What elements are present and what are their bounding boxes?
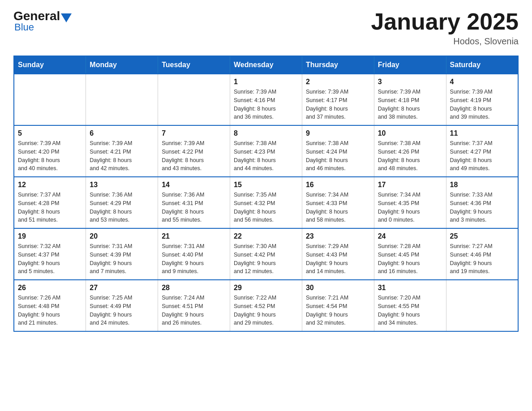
header-cell-thursday: Thursday — [302, 56, 374, 74]
day-info: Sunrise: 7:32 AM Sunset: 4:37 PM Dayligh… — [18, 242, 82, 276]
logo-triangle-icon — [61, 13, 72, 22]
week-row: 19Sunrise: 7:32 AM Sunset: 4:37 PM Dayli… — [14, 228, 518, 280]
day-number: 9 — [306, 129, 370, 137]
month-title: January 2025 — [371, 9, 519, 34]
day-cell: 31Sunrise: 7:20 AM Sunset: 4:55 PM Dayli… — [374, 280, 446, 331]
day-number: 28 — [162, 284, 226, 292]
day-info: Sunrise: 7:34 AM Sunset: 4:33 PM Dayligh… — [306, 191, 370, 224]
day-cell: 27Sunrise: 7:25 AM Sunset: 4:49 PM Dayli… — [86, 280, 158, 331]
week-row: 26Sunrise: 7:26 AM Sunset: 4:48 PM Dayli… — [14, 280, 518, 331]
day-number: 24 — [378, 232, 442, 240]
day-info: Sunrise: 7:20 AM Sunset: 4:55 PM Dayligh… — [378, 294, 442, 327]
day-cell: 28Sunrise: 7:24 AM Sunset: 4:51 PM Dayli… — [158, 280, 230, 331]
day-info: Sunrise: 7:33 AM Sunset: 4:36 PM Dayligh… — [450, 191, 514, 224]
day-number: 12 — [18, 181, 82, 189]
day-info: Sunrise: 7:34 AM Sunset: 4:35 PM Dayligh… — [378, 191, 442, 224]
header-cell-sunday: Sunday — [14, 56, 86, 74]
day-info: Sunrise: 7:24 AM Sunset: 4:51 PM Dayligh… — [162, 294, 226, 327]
day-info: Sunrise: 7:28 AM Sunset: 4:45 PM Dayligh… — [378, 242, 442, 276]
day-cell: 5Sunrise: 7:39 AM Sunset: 4:20 PM Daylig… — [14, 125, 86, 177]
day-cell: 11Sunrise: 7:37 AM Sunset: 4:27 PM Dayli… — [446, 125, 518, 177]
day-info: Sunrise: 7:26 AM Sunset: 4:48 PM Dayligh… — [18, 294, 82, 327]
logo-blue-text: Blue — [14, 21, 34, 33]
header-cell-wednesday: Wednesday — [230, 56, 302, 74]
day-cell: 1Sunrise: 7:39 AM Sunset: 4:16 PM Daylig… — [230, 74, 302, 125]
day-cell: 19Sunrise: 7:32 AM Sunset: 4:37 PM Dayli… — [14, 228, 86, 280]
day-number: 25 — [450, 232, 514, 240]
day-number: 20 — [90, 232, 154, 240]
day-cell — [446, 280, 518, 331]
day-cell: 2Sunrise: 7:39 AM Sunset: 4:17 PM Daylig… — [302, 74, 374, 125]
day-info: Sunrise: 7:25 AM Sunset: 4:49 PM Dayligh… — [90, 294, 154, 327]
day-number: 5 — [18, 129, 82, 137]
day-info: Sunrise: 7:39 AM Sunset: 4:20 PM Dayligh… — [18, 139, 82, 173]
day-number: 10 — [378, 129, 442, 137]
day-number: 1 — [234, 78, 298, 86]
day-number: 13 — [90, 181, 154, 189]
day-cell: 22Sunrise: 7:30 AM Sunset: 4:42 PM Dayli… — [230, 228, 302, 280]
calendar-table: SundayMondayTuesdayWednesdayThursdayFrid… — [13, 56, 519, 332]
day-info: Sunrise: 7:22 AM Sunset: 4:52 PM Dayligh… — [234, 294, 298, 327]
day-info: Sunrise: 7:39 AM Sunset: 4:16 PM Dayligh… — [234, 88, 298, 121]
day-info: Sunrise: 7:39 AM Sunset: 4:19 PM Dayligh… — [450, 88, 514, 121]
day-cell: 3Sunrise: 7:39 AM Sunset: 4:18 PM Daylig… — [374, 74, 446, 125]
day-cell — [14, 74, 86, 125]
day-info: Sunrise: 7:29 AM Sunset: 4:43 PM Dayligh… — [306, 242, 370, 276]
day-info: Sunrise: 7:35 AM Sunset: 4:32 PM Dayligh… — [234, 191, 298, 224]
header-cell-friday: Friday — [374, 56, 446, 74]
day-cell: 20Sunrise: 7:31 AM Sunset: 4:39 PM Dayli… — [86, 228, 158, 280]
calendar-body: 1Sunrise: 7:39 AM Sunset: 4:16 PM Daylig… — [14, 74, 518, 331]
day-cell: 14Sunrise: 7:36 AM Sunset: 4:31 PM Dayli… — [158, 177, 230, 228]
day-info: Sunrise: 7:31 AM Sunset: 4:39 PM Dayligh… — [90, 242, 154, 276]
header-cell-saturday: Saturday — [446, 56, 518, 74]
day-info: Sunrise: 7:37 AM Sunset: 4:27 PM Dayligh… — [450, 139, 514, 173]
day-number: 23 — [306, 232, 370, 240]
day-cell — [158, 74, 230, 125]
day-number: 17 — [378, 181, 442, 189]
day-info: Sunrise: 7:39 AM Sunset: 4:21 PM Dayligh… — [90, 139, 154, 173]
day-cell: 15Sunrise: 7:35 AM Sunset: 4:32 PM Dayli… — [230, 177, 302, 228]
day-cell: 12Sunrise: 7:37 AM Sunset: 4:28 PM Dayli… — [14, 177, 86, 228]
day-info: Sunrise: 7:36 AM Sunset: 4:31 PM Dayligh… — [162, 191, 226, 224]
day-number: 16 — [306, 181, 370, 189]
day-info: Sunrise: 7:38 AM Sunset: 4:23 PM Dayligh… — [234, 139, 298, 173]
day-cell: 4Sunrise: 7:39 AM Sunset: 4:19 PM Daylig… — [446, 74, 518, 125]
day-number: 26 — [18, 284, 82, 292]
day-number: 14 — [162, 181, 226, 189]
day-cell: 24Sunrise: 7:28 AM Sunset: 4:45 PM Dayli… — [374, 228, 446, 280]
day-number: 31 — [378, 284, 442, 292]
logo: General Blue — [13, 9, 73, 33]
day-cell: 6Sunrise: 7:39 AM Sunset: 4:21 PM Daylig… — [86, 125, 158, 177]
header-row: SundayMondayTuesdayWednesdayThursdayFrid… — [14, 56, 518, 74]
day-number: 3 — [378, 78, 442, 86]
day-info: Sunrise: 7:39 AM Sunset: 4:17 PM Dayligh… — [306, 88, 370, 121]
day-number: 11 — [450, 129, 514, 137]
day-cell: 8Sunrise: 7:38 AM Sunset: 4:23 PM Daylig… — [230, 125, 302, 177]
page-header: General Blue January 2025 Hodos, Sloveni… — [13, 9, 519, 47]
day-cell: 26Sunrise: 7:26 AM Sunset: 4:48 PM Dayli… — [14, 280, 86, 331]
day-info: Sunrise: 7:31 AM Sunset: 4:40 PM Dayligh… — [162, 242, 226, 276]
week-row: 12Sunrise: 7:37 AM Sunset: 4:28 PM Dayli… — [14, 177, 518, 228]
day-number: 19 — [18, 232, 82, 240]
day-number: 27 — [90, 284, 154, 292]
day-cell: 7Sunrise: 7:39 AM Sunset: 4:22 PM Daylig… — [158, 125, 230, 177]
day-cell: 29Sunrise: 7:22 AM Sunset: 4:52 PM Dayli… — [230, 280, 302, 331]
day-info: Sunrise: 7:38 AM Sunset: 4:26 PM Dayligh… — [378, 139, 442, 173]
day-cell — [86, 74, 158, 125]
day-number: 8 — [234, 129, 298, 137]
day-number: 30 — [306, 284, 370, 292]
day-cell: 30Sunrise: 7:21 AM Sunset: 4:54 PM Dayli… — [302, 280, 374, 331]
day-number: 6 — [90, 129, 154, 137]
day-number: 15 — [234, 181, 298, 189]
day-cell: 9Sunrise: 7:38 AM Sunset: 4:24 PM Daylig… — [302, 125, 374, 177]
calendar-header: SundayMondayTuesdayWednesdayThursdayFrid… — [14, 56, 518, 74]
day-cell: 16Sunrise: 7:34 AM Sunset: 4:33 PM Dayli… — [302, 177, 374, 228]
day-info: Sunrise: 7:21 AM Sunset: 4:54 PM Dayligh… — [306, 294, 370, 327]
day-info: Sunrise: 7:37 AM Sunset: 4:28 PM Dayligh… — [18, 191, 82, 224]
title-section: January 2025 Hodos, Slovenia — [371, 9, 519, 47]
day-number: 21 — [162, 232, 226, 240]
header-cell-monday: Monday — [86, 56, 158, 74]
day-info: Sunrise: 7:30 AM Sunset: 4:42 PM Dayligh… — [234, 242, 298, 276]
day-cell: 25Sunrise: 7:27 AM Sunset: 4:46 PM Dayli… — [446, 228, 518, 280]
day-info: Sunrise: 7:39 AM Sunset: 4:18 PM Dayligh… — [378, 88, 442, 121]
